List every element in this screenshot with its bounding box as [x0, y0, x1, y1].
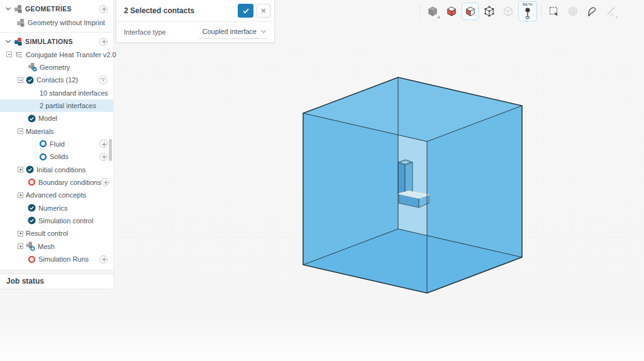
tree-label: Solids [50, 153, 69, 160]
tree-label: Materials [26, 128, 54, 135]
interface-type-dropdown[interactable]: Coupled interface [199, 26, 268, 39]
chevron-down-icon [5, 38, 11, 45]
tree-item-fluid[interactable]: Fluid [0, 138, 113, 150]
tree-label: Numerics [38, 204, 67, 212]
add-boundary-condition-button[interactable] [101, 178, 109, 186]
tree-item-solids[interactable]: Solids [0, 150, 113, 163]
tree-item-numerics[interactable]: Numerics [0, 201, 113, 214]
add-simulation-button[interactable] [99, 38, 108, 46]
filter-button[interactable] [99, 75, 108, 84]
section-divider [0, 32, 113, 33]
tree-item-initial-conditions[interactable]: Initial conditions [0, 163, 113, 175]
add-simulation-run-button[interactable] [99, 255, 108, 264]
tree-label: Fluid [50, 140, 65, 148]
collapse-expander[interactable] [6, 52, 12, 57]
select-face-button-active[interactable] [462, 3, 479, 20]
cube-outline-icon [502, 6, 514, 17]
tree-item-simulation-runs[interactable]: Simulation Runs [0, 253, 113, 265]
ai-select-button-disabled[interactable]: AI [602, 3, 619, 20]
expand-expander[interactable] [18, 231, 23, 236]
interface-type-field: Interface type Coupled interface [116, 22, 274, 42]
tree-item-boundary-conditions[interactable]: Boundary conditions [0, 176, 113, 189]
svg-text:AI: AI [610, 13, 614, 16]
check-icon [242, 7, 250, 14]
collapse-expander[interactable] [18, 128, 23, 134]
select-volumes-button[interactable] [424, 3, 441, 20]
internal-chip-column[interactable] [398, 160, 413, 196]
tree-label: Geometry [40, 64, 70, 71]
tree-label: Simulation control [38, 217, 93, 225]
tree-item-geometry-without-imprint[interactable]: Geometry without Imprint [0, 16, 113, 30]
probe-point-button-active[interactable]: BETA [518, 1, 537, 21]
tree-item-simulation-control[interactable]: Simulation control [0, 214, 113, 227]
chevron-down-icon [5, 6, 11, 12]
tree-label: SIMULATIONS [25, 38, 73, 45]
tree-label: Conjugate Heat Transfer v2.0 [26, 51, 116, 58]
expand-expander[interactable] [18, 192, 23, 198]
box-select-button[interactable] [545, 3, 562, 20]
mesh-badge-icon [26, 242, 35, 251]
mesh-cube-button-disabled[interactable] [564, 3, 581, 20]
tree-label: Geometry without Imprint [28, 19, 105, 26]
simulation-tree-icon [14, 50, 23, 59]
geometries-cluster-icon [14, 4, 23, 13]
add-fluid-material-button[interactable] [99, 140, 108, 148]
tree-label: GEOMETRIES [25, 5, 72, 13]
scene-tree-panel: GEOMETRIES Geometry without Imprint SIMU… [0, 0, 114, 270]
tree-item-advanced-concepts[interactable]: Advanced concepts [0, 189, 113, 201]
collapse-expander[interactable] [18, 77, 23, 83]
expand-expander[interactable] [18, 167, 23, 172]
close-icon [260, 8, 267, 14]
select-volumes-cube-icon [427, 6, 438, 17]
dropdown-corner-indicator [615, 16, 618, 18]
select-vertices-button[interactable] [480, 3, 497, 20]
tree-item-contacts[interactable]: Contacts (12) [0, 74, 113, 86]
expand-expander[interactable] [18, 243, 23, 249]
add-solid-material-button[interactable] [99, 153, 108, 161]
tree-scrollbar-thumb[interactable] [109, 139, 112, 161]
tree-label: 2 partial interfaces [40, 102, 96, 109]
cube-geometry[interactable] [303, 77, 522, 293]
check-circle-icon [26, 76, 34, 84]
tree-item-geometry[interactable]: Geometry [0, 61, 113, 74]
tree-label: Initial conditions [36, 166, 86, 174]
tree-item-simulation[interactable]: Conjugate Heat Transfer v2.0 [0, 48, 113, 60]
tree-item-result-control[interactable]: Result control [0, 227, 113, 240]
apply-button[interactable] [238, 4, 253, 18]
tree-header-geometries[interactable]: GEOMETRIES [0, 2, 113, 16]
job-status-bar[interactable]: Job status [0, 274, 114, 289]
tree-label: Advanced concepts [26, 191, 86, 199]
tree-header-simulations[interactable]: SIMULATIONS [0, 35, 113, 48]
select-vertices-cube-icon [484, 6, 495, 17]
select-face-cube-icon [465, 6, 476, 17]
tree-label: Boundary conditions [38, 179, 101, 186]
chevron-down-icon [260, 28, 267, 35]
geometry-cluster-icon [16, 18, 25, 27]
cancel-button[interactable] [257, 4, 270, 18]
select-faces-button[interactable] [443, 3, 460, 20]
check-circle-icon [28, 114, 36, 123]
mesh-cube-icon [567, 6, 579, 17]
tree-item-partial-interfaces[interactable]: 2 partial interfaces [0, 99, 113, 112]
tree-label: Mesh [38, 243, 55, 250]
sidebar: GEOMETRIES Geometry without Imprint SIMU… [0, 0, 114, 289]
dropdown-corner-indicator [437, 16, 440, 18]
lasso-select-button[interactable] [583, 3, 600, 20]
tree-item-materials[interactable]: Materials [0, 125, 113, 137]
selected-contacts-panel: 2 Selected contacts Interface type Coupl… [116, 0, 275, 43]
check-circle-icon [28, 204, 36, 212]
cube-outline-button-disabled[interactable] [499, 3, 516, 20]
add-geometry-button[interactable] [99, 5, 108, 13]
tree-label: Contacts (12) [36, 76, 78, 84]
tree-item-model[interactable]: Model [0, 112, 113, 125]
lasso-select-icon [586, 6, 597, 17]
beta-badge: BETA [523, 3, 533, 7]
interface-type-value: Coupled interface [203, 28, 257, 35]
tree-item-mesh[interactable]: Mesh [0, 240, 113, 253]
viewer-toolbar: BETA AI [418, 1, 619, 21]
probe-point-icon [522, 7, 533, 21]
tree-label: Simulation Runs [38, 255, 89, 263]
tree-item-standard-interfaces[interactable]: 10 standard interfaces [0, 86, 113, 99]
ring-blue-icon [39, 153, 47, 161]
select-faces-cube-icon [446, 6, 457, 17]
